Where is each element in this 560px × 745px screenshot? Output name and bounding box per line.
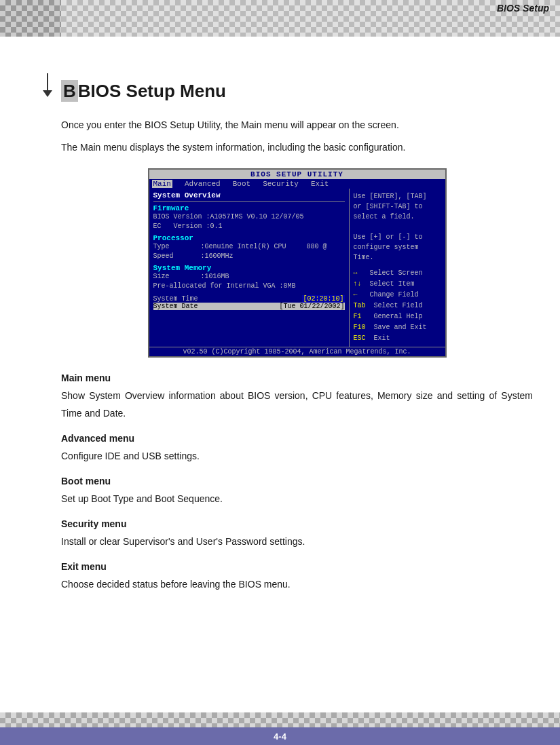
bios-section-title: System Overview: [153, 191, 345, 199]
bios-screen: BIOS SETUP UTILITY Main Advanced Boot Se…: [148, 168, 447, 358]
bios-memory-heading: System Memory: [153, 264, 345, 272]
bios-memory-size-row: Size :1016MB: [153, 272, 345, 282]
bios-title-bar: BIOS SETUP UTILITY: [149, 170, 445, 179]
top-decorative-section: BIOS Setup: [0, 0, 560, 37]
page-number: 4-4: [274, 731, 286, 742]
bios-system-date-row: System Date [Tue 01/22/2002]: [153, 303, 345, 310]
section-heading-exit: Exit menu: [61, 561, 533, 572]
bottom-border-area: 4-4: [0, 712, 560, 745]
bios-screenshot-container: BIOS SETUP UTILITY Main Advanced Boot Se…: [61, 168, 533, 358]
bios-right-panel: Use [ENTER], [TAB] or [SHIFT-TAB] to sel…: [350, 189, 445, 347]
bottom-page-bar: 4-4: [0, 727, 560, 745]
section-boot-menu: Boot menu Set up Boot Type and Boot Sequ…: [61, 476, 533, 508]
top-left-checker: [0, 0, 61, 37]
section-heading-advanced: Advanced menu: [61, 433, 533, 444]
header-title: BIOS Setup: [497, 3, 549, 14]
section-text-security: Install or clear Supervisor's and User's…: [61, 533, 533, 550]
bios-divider-1: [153, 201, 345, 202]
bios-footer: v02.50 (C)Copyright 1985-2004, American …: [149, 347, 445, 356]
section-heading-security: Security menu: [61, 518, 533, 529]
bios-firmware-heading: Firmware: [153, 204, 345, 212]
bios-menu-main[interactable]: Main: [152, 180, 172, 188]
bios-menu-security[interactable]: Security: [263, 180, 299, 188]
section-heading-main: Main menu: [61, 372, 533, 383]
bios-bios-version-row: BIOS Version : A1057IMS V0.10 12/07/05: [153, 212, 345, 222]
bios-menu-bar: Main Advanced Boot Security Exit: [149, 179, 445, 189]
bios-processor-heading: Processor: [153, 234, 345, 242]
bios-cpu-speed-row: Speed :1600MHz: [153, 252, 345, 261]
section-heading-boot: Boot menu: [61, 476, 533, 486]
intro-text-1: Once you enter the BIOS Setup Utility, t…: [61, 117, 533, 134]
bios-menu-exit[interactable]: Exit: [311, 180, 329, 188]
section-exit-menu: Exit menu Choose decided status before l…: [61, 561, 533, 593]
bios-cpu-type-row: Type :Genuine Intel(R) CPU 880 @: [153, 242, 345, 252]
section-text-advanced: Configure IDE and USB settings.: [61, 448, 533, 465]
section-text-main: Show System Overview information about B…: [61, 387, 533, 421]
section-text-exit: Choose decided status before leaving the…: [61, 576, 533, 593]
intro-text-2: The Main menu displays the system inform…: [61, 139, 533, 156]
bios-ec-version-row: EC Version : 0.1: [153, 222, 345, 231]
section-main-menu: Main menu Show System Overview informati…: [61, 372, 533, 421]
section-security-menu: Security menu Install or clear Superviso…: [61, 518, 533, 550]
bios-left-panel: System Overview Firmware BIOS Version : …: [149, 189, 350, 347]
section-text-boot: Set up Boot Type and Boot Sequence.: [61, 491, 533, 508]
page-title: BBIOS Setup Menu: [61, 81, 533, 102]
bottom-checker-row: [0, 712, 560, 727]
title-highlight: B: [61, 80, 78, 102]
bios-body: System Overview Firmware BIOS Version : …: [149, 189, 445, 347]
bios-menu-advanced[interactable]: Advanced: [185, 180, 221, 188]
section-advanced-menu: Advanced menu Configure IDE and USB sett…: [61, 433, 533, 465]
bios-menu-boot[interactable]: Boot: [233, 180, 250, 188]
bios-system-time-row: System Time [02:20:10]: [153, 295, 345, 303]
bios-key-bindings: ↔ Select Screen ↑↓ Select Item ← Change …: [354, 268, 441, 344]
content-area: BBIOS Setup Menu Once you enter the BIOS…: [0, 60, 560, 653]
bios-vga-prealloc-row: Pre-allocated for Internal VGA :8MB: [153, 282, 345, 291]
bios-help-text: Use [ENTER], [TAB] or [SHIFT-TAB] to sel…: [354, 191, 441, 263]
top-right-checker: BIOS Setup: [61, 0, 560, 37]
